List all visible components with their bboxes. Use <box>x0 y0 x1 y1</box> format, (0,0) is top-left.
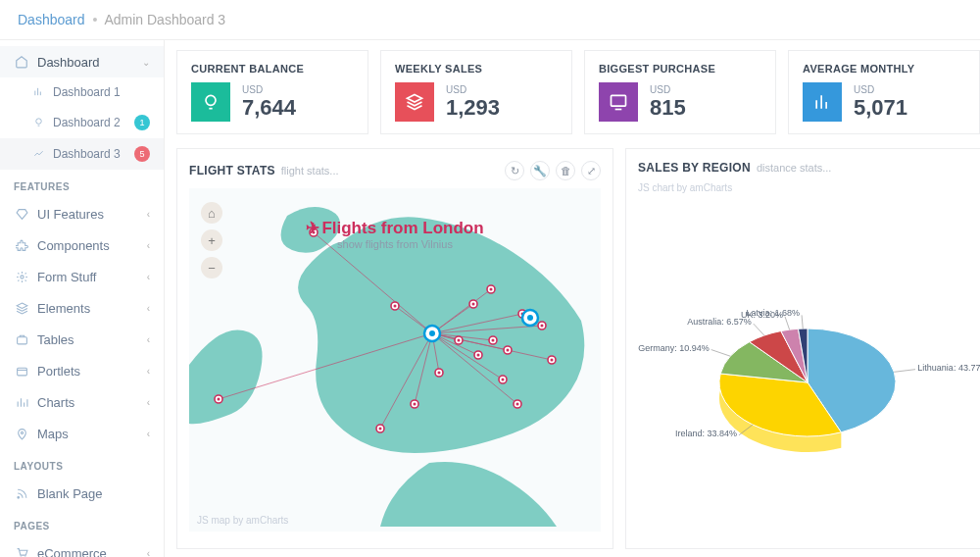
nav-elements[interactable]: Elements‹ <box>0 292 164 324</box>
svg-point-38 <box>472 303 475 306</box>
briefcase-icon <box>14 331 29 347</box>
panel-title: FLIGHT STATS <box>189 164 275 177</box>
svg-line-53 <box>802 315 803 329</box>
nav-label: Maps <box>37 427 69 441</box>
chevron-left-icon: ‹ <box>147 303 150 314</box>
card-current-balance: CURRENT BALANCE USD7,644 <box>176 50 368 134</box>
map-title-block: ✈Flights from London show flights from V… <box>306 218 483 250</box>
svg-line-51 <box>754 324 764 335</box>
breadcrumb-root[interactable]: Dashboard <box>18 12 85 27</box>
breadcrumb-current: Admin Dashboard 3 <box>104 12 225 27</box>
nav-ui-features[interactable]: UI Features‹ <box>0 198 164 229</box>
panel-subtitle: distance stats... <box>757 162 831 174</box>
trash-icon[interactable]: 🗑 <box>556 161 575 180</box>
bar-chart-icon <box>14 394 29 410</box>
nav-components[interactable]: Components‹ <box>0 229 164 261</box>
svg-rect-3 <box>17 368 26 376</box>
panel-subtitle: flight stats... <box>281 165 339 177</box>
nav-sub-label: Dashboard 2 <box>53 116 121 129</box>
section-features: FEATURES <box>0 170 164 198</box>
map-home-button[interactable]: ⌂ <box>201 202 222 224</box>
badge: 5 <box>134 146 150 162</box>
plane-icon: ✈ <box>306 219 319 237</box>
card-value: 5,071 <box>854 95 907 121</box>
nav-sub-dashboard-3[interactable]: Dashboard 3 5 <box>0 138 164 170</box>
svg-rect-2 <box>17 336 26 343</box>
card-average-monthly: AVERAGE MONTHLY USD5,071 <box>788 50 980 134</box>
nav-sub-label: Dashboard 3 <box>53 147 121 161</box>
svg-point-30 <box>438 372 441 375</box>
wrench-icon[interactable]: 🔧 <box>530 161 550 180</box>
svg-line-48 <box>894 369 915 372</box>
card-currency: USD <box>446 84 500 95</box>
nav-label: Elements <box>37 301 90 316</box>
reload-icon[interactable]: ↻ <box>505 161 524 180</box>
layers-icon <box>395 82 434 122</box>
stat-cards: CURRENT BALANCE USD7,644 WEEKLY SALES US… <box>176 50 980 134</box>
nav-tables[interactable]: Tables‹ <box>0 324 164 355</box>
nav-portlets[interactable]: Portlets‹ <box>0 355 164 386</box>
card-currency: USD <box>650 84 686 95</box>
layers-icon <box>14 300 29 316</box>
breadcrumb: Dashboard • Admin Dashboard 3 <box>0 0 980 39</box>
nav-sub-dashboard-1[interactable]: Dashboard 1 <box>0 77 164 107</box>
svg-point-34 <box>492 339 495 342</box>
chevron-left-icon: ‹ <box>147 366 150 377</box>
svg-point-1 <box>20 275 23 278</box>
card-title: CURRENT BALANCE <box>191 63 354 75</box>
nav-dashboard[interactable]: Dashboard ⌄ <box>0 46 164 77</box>
nav-form-stuff[interactable]: Form Stuff‹ <box>0 261 164 292</box>
pie-slice-label: Latvia: 1.68% <box>747 308 801 318</box>
pie-slice-label: Lithuania: 43.77% <box>917 363 980 373</box>
svg-point-35 <box>507 349 510 352</box>
puzzle-icon <box>14 237 29 253</box>
chevron-left-icon: ‹ <box>147 272 150 282</box>
feed-icon <box>14 485 29 501</box>
panel-flight-stats: FLIGHT STATS flight stats... ↻ 🔧 🗑 ⤢ <box>176 148 613 549</box>
map-credit: JS map by amCharts <box>197 515 288 526</box>
section-pages: PAGES <box>0 509 164 537</box>
map-zoom-out-button[interactable]: − <box>201 257 222 278</box>
nav-ecommerce[interactable]: eCommerce‹ <box>0 537 164 557</box>
nav-label: eCommerce <box>37 546 107 558</box>
bulb-icon <box>33 117 45 128</box>
pie-slice-label: Ireland: 33.84% <box>675 429 737 438</box>
map-zoom-in-button[interactable]: + <box>201 229 222 251</box>
svg-point-33 <box>477 354 480 357</box>
chevron-left-icon: ‹ <box>147 334 150 345</box>
card-title: BIGGEST PURCHASE <box>599 63 761 75</box>
nav-label: Components <box>37 238 110 253</box>
map-title: Flights from London <box>321 219 483 237</box>
chart-credit: JS chart by amCharts <box>638 182 977 193</box>
svg-rect-9 <box>612 95 626 106</box>
svg-point-4 <box>21 431 23 433</box>
bar-chart-icon <box>33 86 45 98</box>
fullscreen-icon[interactable]: ⤢ <box>581 161 601 180</box>
breadcrumb-sep: • <box>92 12 97 27</box>
card-value: 815 <box>650 95 686 121</box>
card-title: AVERAGE MONTHLY <box>803 63 965 75</box>
svg-point-47 <box>527 315 533 321</box>
bulb-icon <box>191 82 230 122</box>
svg-point-42 <box>490 288 493 291</box>
section-layouts: LAYOUTS <box>0 449 164 478</box>
nav-sub-dashboard-2[interactable]: Dashboard 2 1 <box>0 107 164 138</box>
chevron-left-icon: ‹ <box>147 397 150 408</box>
svg-point-45 <box>429 330 435 336</box>
flight-map[interactable]: ⌂ + − ✈Flights from London show flights … <box>189 188 601 532</box>
nav-label: Tables <box>37 332 74 347</box>
svg-line-50 <box>711 349 731 356</box>
nav-label: Blank Page <box>37 486 103 501</box>
chevron-left-icon: ‹ <box>147 548 150 558</box>
map-subtitle[interactable]: show flights from Vilnius <box>306 238 483 250</box>
svg-point-37 <box>516 403 519 406</box>
badge: 1 <box>134 115 150 130</box>
pin-icon <box>14 426 29 441</box>
nav-label: UI Features <box>37 207 104 222</box>
nav-maps[interactable]: Maps‹ <box>0 418 164 449</box>
nav-charts[interactable]: Charts‹ <box>0 386 164 418</box>
nav-blank-page[interactable]: Blank Page <box>0 478 164 509</box>
chevron-left-icon: ‹ <box>147 209 150 220</box>
screen-icon <box>599 82 638 122</box>
svg-point-43 <box>458 339 461 342</box>
